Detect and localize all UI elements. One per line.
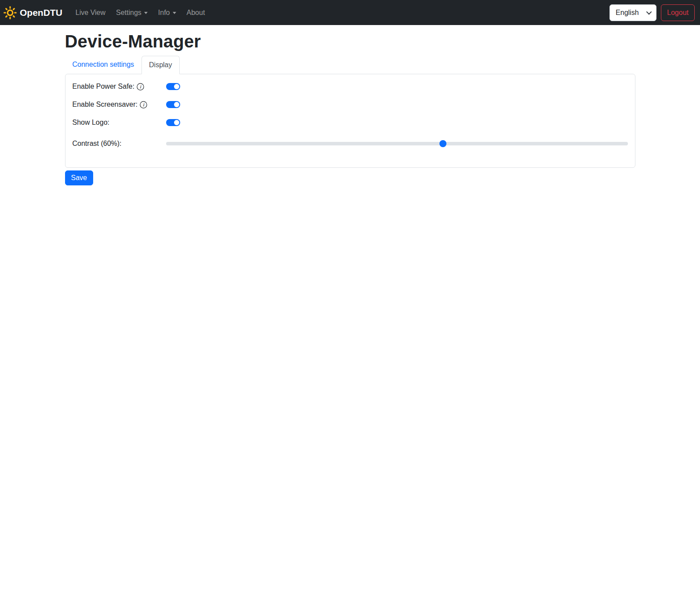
form-row-contrast: Contrast (60%): (73, 138, 628, 149)
tab-connection-settings[interactable]: Connection settings (65, 55, 142, 74)
logout-button[interactable]: Logout (661, 4, 695, 21)
nav-item-label: Settings (116, 9, 141, 17)
field-label: Contrast (60%): (73, 140, 122, 148)
chevron-down-icon (144, 12, 148, 14)
main-content: Device-Manager Connection settings Displ… (65, 32, 635, 185)
field-label: Enable Screensaver: (73, 101, 138, 109)
chevron-down-icon (646, 9, 652, 14)
toggle-knob (174, 84, 179, 89)
save-button[interactable]: Save (65, 170, 93, 185)
display-settings-card: Enable Power Safe: i Enable Screensaver: (65, 74, 635, 168)
info-icon[interactable]: i (140, 101, 147, 109)
form-row-show-logo: Show Logo: (73, 117, 628, 128)
svg-text:i: i (140, 84, 142, 90)
nav-item-live-view[interactable]: Live View (72, 5, 109, 20)
field-control (166, 83, 628, 90)
navbar: OpenDTU Live View Settings Info About En… (0, 0, 700, 25)
language-select[interactable]: English (609, 4, 656, 21)
field-label-group: Enable Screensaver: i (73, 101, 166, 109)
field-label-group: Enable Power Safe: i (73, 83, 166, 90)
field-control (166, 101, 628, 108)
form-row-enable-screensaver: Enable Screensaver: i (73, 99, 628, 110)
field-control (166, 119, 628, 126)
nav-item-about[interactable]: About (183, 5, 209, 20)
contrast-slider[interactable] (166, 140, 628, 147)
nav-item-settings[interactable]: Settings (112, 5, 151, 20)
field-label: Show Logo: (73, 119, 110, 127)
toggle-knob (174, 102, 179, 107)
field-control (166, 140, 628, 147)
tab-bar: Connection settings Display (65, 55, 635, 74)
brand-link[interactable]: OpenDTU (5, 6, 67, 19)
tab-display[interactable]: Display (141, 56, 179, 74)
navbar-left: OpenDTU Live View Settings Info About (5, 5, 210, 20)
sun-icon (4, 6, 17, 19)
chevron-down-icon (173, 12, 176, 14)
nav-item-label: About (187, 9, 205, 17)
navbar-right: English Logout (609, 4, 695, 21)
brand-label: OpenDTU (20, 7, 62, 18)
nav-item-info[interactable]: Info (155, 5, 180, 20)
field-label: Enable Power Safe: (73, 83, 134, 90)
nav-item-label: Live View (76, 9, 105, 17)
field-label-group: Show Logo: (73, 119, 166, 127)
svg-text:i: i (143, 102, 145, 108)
contrast-slider-thumb[interactable] (439, 140, 446, 147)
info-icon[interactable]: i (137, 83, 144, 90)
nav-item-label: Info (158, 9, 170, 17)
field-label-group: Contrast (60%): (73, 140, 166, 148)
toggle-enable-screensaver[interactable] (166, 101, 180, 108)
toggle-show-logo[interactable] (166, 119, 180, 126)
toggle-enable-power-safe[interactable] (166, 83, 180, 90)
toggle-knob (174, 120, 179, 125)
language-select-value: English (616, 9, 638, 17)
nav-links: Live View Settings Info About (70, 5, 210, 20)
form-row-enable-power-safe: Enable Power Safe: i (73, 81, 628, 92)
contrast-slider-track[interactable] (166, 142, 628, 145)
page-title: Device-Manager (65, 32, 635, 51)
